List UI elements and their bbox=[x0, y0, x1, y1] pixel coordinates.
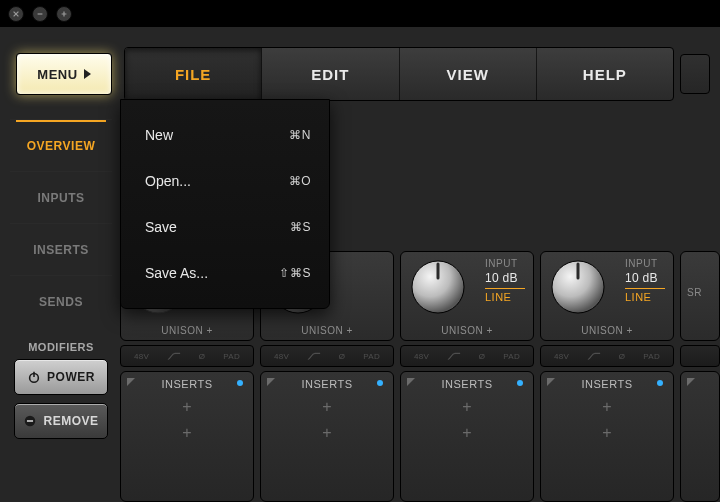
menu-item-new[interactable]: New ⌘N bbox=[121, 112, 329, 158]
sidebar-item-overview[interactable]: OVERVIEW bbox=[10, 119, 112, 171]
insert-add[interactable]: + bbox=[401, 390, 533, 416]
unison-label[interactable]: UNISON + bbox=[261, 325, 393, 336]
opt-48v[interactable]: 48V bbox=[134, 352, 149, 361]
unison-label[interactable]: UNISON + bbox=[121, 325, 253, 336]
active-dot-icon bbox=[517, 380, 523, 386]
menu-item-shortcut: ⇧⌘S bbox=[279, 266, 311, 280]
gain-knob[interactable] bbox=[549, 258, 607, 316]
line-label[interactable]: LINE bbox=[625, 291, 651, 303]
menu-item-save[interactable]: Save ⌘S bbox=[121, 204, 329, 250]
channel-strip: INPUT 10 dB LINE UNISON + 48V Ø PAD INSE… bbox=[540, 131, 674, 502]
opt-48v[interactable]: 48V bbox=[554, 352, 569, 361]
tab-label: FILE bbox=[175, 66, 212, 83]
menu-button[interactable]: MENU bbox=[16, 53, 112, 95]
disclosure-triangle-icon[interactable] bbox=[547, 378, 555, 386]
tab-file[interactable]: FILE bbox=[125, 48, 262, 100]
sidebar-item-sends[interactable]: SENDS bbox=[10, 275, 112, 327]
gain-knob[interactable] bbox=[409, 258, 467, 316]
opt-phase[interactable]: Ø bbox=[479, 352, 486, 361]
active-dot-icon bbox=[237, 380, 243, 386]
gain-value: 10 dB bbox=[625, 271, 658, 285]
status-indicator bbox=[680, 54, 710, 94]
disclosure-triangle-icon[interactable] bbox=[687, 378, 695, 386]
input-section: SR bbox=[680, 251, 720, 341]
sidebar-item-label: INSERTS bbox=[33, 243, 89, 257]
menu-button-label: MENU bbox=[37, 67, 77, 82]
opt-hpf[interactable] bbox=[447, 351, 461, 361]
insert-add[interactable]: + bbox=[121, 390, 253, 416]
input-options: 48V Ø PAD bbox=[120, 345, 254, 367]
tab-edit[interactable]: EDIT bbox=[262, 48, 399, 100]
sidebar: OVERVIEW INPUTS INSERTS SENDS MODIFIERS … bbox=[10, 119, 112, 502]
insert-add[interactable]: + bbox=[541, 390, 673, 416]
opt-phase[interactable]: Ø bbox=[619, 352, 626, 361]
remove-label: REMOVE bbox=[43, 414, 98, 428]
menu-tabs: FILE EDIT VIEW HELP bbox=[124, 47, 674, 101]
channel-strip: INPUT 10 dB LINE UNISON + 48V Ø PAD INSE… bbox=[400, 131, 534, 502]
opt-hpf[interactable] bbox=[587, 351, 601, 361]
menu-item-label: Save bbox=[145, 219, 177, 235]
opt-pad[interactable]: PAD bbox=[363, 352, 380, 361]
hpf-icon bbox=[447, 351, 461, 361]
opt-phase[interactable]: Ø bbox=[339, 352, 346, 361]
disclosure-triangle-icon[interactable] bbox=[127, 378, 135, 386]
opt-pad[interactable]: PAD bbox=[643, 352, 660, 361]
tab-help[interactable]: HELP bbox=[537, 48, 673, 100]
inserts-title: INSERTS bbox=[401, 378, 533, 390]
tab-label: EDIT bbox=[311, 66, 349, 83]
power-button[interactable]: POWER bbox=[14, 359, 108, 395]
unison-label[interactable]: UNISON + bbox=[541, 325, 673, 336]
opt-pad[interactable]: PAD bbox=[223, 352, 240, 361]
sidebar-item-label: INPUTS bbox=[37, 191, 84, 205]
channel-strip-sr: SR bbox=[680, 131, 720, 502]
inserts-section: INSERTS + + bbox=[120, 371, 254, 502]
disclosure-triangle-icon[interactable] bbox=[267, 378, 275, 386]
inserts-title: INSERTS bbox=[261, 378, 393, 390]
sidebar-item-label: OVERVIEW bbox=[27, 139, 95, 153]
file-menu-dropdown: New ⌘N Open... ⌘O Save ⌘S Save As... ⇧⌘S bbox=[120, 99, 330, 309]
sidebar-item-inserts[interactable]: INSERTS bbox=[10, 223, 112, 275]
unison-label[interactable]: UNISON + bbox=[401, 325, 533, 336]
menu-item-shortcut: ⌘O bbox=[289, 174, 311, 188]
tab-label: VIEW bbox=[446, 66, 488, 83]
inserts-section: INSERTS + + bbox=[260, 371, 394, 502]
opt-phase[interactable]: Ø bbox=[199, 352, 206, 361]
hpf-icon bbox=[307, 351, 321, 361]
input-section: INPUT 10 dB LINE UNISON + bbox=[400, 251, 534, 341]
opt-48v[interactable]: 48V bbox=[414, 352, 429, 361]
power-label: POWER bbox=[47, 370, 95, 384]
window-minimize-button[interactable] bbox=[32, 6, 48, 22]
input-options: 48V Ø PAD bbox=[540, 345, 674, 367]
active-dot-icon bbox=[377, 380, 383, 386]
gain-value: 10 dB bbox=[485, 271, 518, 285]
inserts-section: INSERTS + + bbox=[540, 371, 674, 502]
tab-label: HELP bbox=[583, 66, 627, 83]
tab-view[interactable]: VIEW bbox=[400, 48, 537, 100]
active-dot-icon bbox=[657, 380, 663, 386]
opt-hpf[interactable] bbox=[307, 351, 321, 361]
opt-hpf[interactable] bbox=[167, 351, 181, 361]
disclosure-triangle-icon[interactable] bbox=[407, 378, 415, 386]
input-options: 48V Ø PAD bbox=[260, 345, 394, 367]
insert-add[interactable]: + bbox=[401, 416, 533, 442]
menu-item-open[interactable]: Open... ⌘O bbox=[121, 158, 329, 204]
sidebar-item-label: SENDS bbox=[39, 295, 83, 309]
opt-48v[interactable]: 48V bbox=[274, 352, 289, 361]
window-close-button[interactable] bbox=[8, 6, 24, 22]
menu-item-save-as[interactable]: Save As... ⇧⌘S bbox=[121, 250, 329, 296]
insert-add[interactable]: + bbox=[261, 416, 393, 442]
insert-add[interactable]: + bbox=[121, 416, 253, 442]
inserts-title: INSERTS bbox=[121, 378, 253, 390]
line-underline bbox=[485, 288, 525, 289]
opt-pad[interactable]: PAD bbox=[503, 352, 520, 361]
line-label[interactable]: LINE bbox=[485, 291, 511, 303]
chevron-right-icon bbox=[84, 69, 91, 79]
hpf-icon bbox=[587, 351, 601, 361]
sidebar-item-inputs[interactable]: INPUTS bbox=[10, 171, 112, 223]
insert-add[interactable]: + bbox=[541, 416, 673, 442]
window-maximize-button[interactable] bbox=[56, 6, 72, 22]
modifiers-header: MODIFIERS bbox=[10, 335, 112, 359]
insert-add[interactable]: + bbox=[261, 390, 393, 416]
hpf-icon bbox=[167, 351, 181, 361]
remove-button[interactable]: REMOVE bbox=[14, 403, 108, 439]
